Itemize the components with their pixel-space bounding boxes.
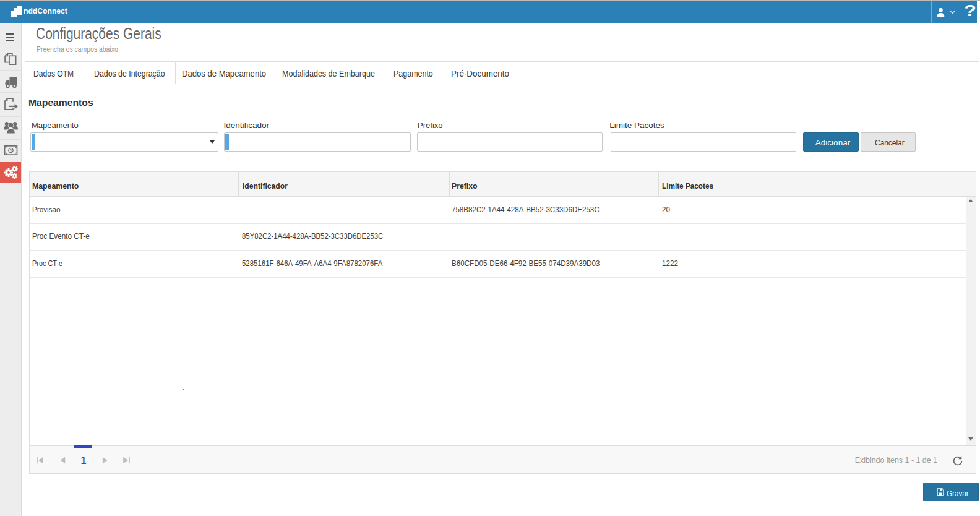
svg-text:1: 1 (9, 147, 12, 153)
